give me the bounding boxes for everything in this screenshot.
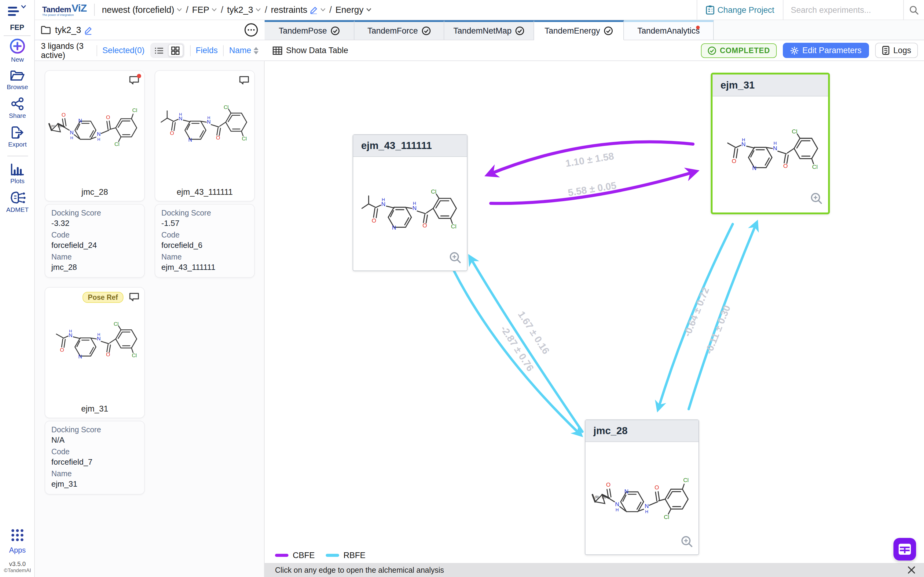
workspace-header: tyk2_3 (35, 20, 265, 40)
search-icon (909, 5, 919, 15)
edge-rbfe-to-ejm43[interactable] (470, 257, 582, 432)
field-label: Code (51, 448, 138, 456)
search-input[interactable] (783, 5, 903, 15)
breadcrumb-item-stage[interactable]: Energy (336, 5, 372, 15)
nav-item-label: Browse (7, 83, 28, 90)
breadcrumb-item-system[interactable]: tyk2_3 (227, 5, 261, 15)
node-title: jmc_28 (585, 420, 698, 442)
list-view-icon (154, 47, 163, 54)
nav-item-apps[interactable]: Apps (0, 528, 35, 554)
ligand-card-structure: ejm_43_111111 (155, 70, 255, 201)
close-icon[interactable] (908, 566, 916, 574)
breadcrumb-item-fep[interactable]: FEP (192, 5, 217, 15)
nav-item-plots[interactable]: Plots (10, 164, 25, 184)
nav-module-header: FEP (4, 0, 31, 36)
change-project-label: Change Project (717, 5, 774, 15)
divider (223, 45, 224, 56)
nav-item-label: ADMET (6, 206, 29, 213)
folder-open-icon (10, 69, 25, 82)
name-value: ejm_31 (51, 479, 138, 488)
ligand-card-info: Docking Score -1.57 Code forcefield_6 Na… (155, 204, 255, 278)
copyright-label: ©TandemAI (0, 567, 35, 573)
table-widget-icon (898, 543, 911, 555)
molecule-structure (48, 315, 141, 372)
logs-icon (882, 46, 890, 55)
apps-grid-icon (10, 528, 24, 542)
check-circle-icon (604, 26, 613, 35)
docking-score-value: -3.32 (51, 219, 138, 228)
module-tabs: TandemPose TandemForce TandemNetMap Tand… (265, 20, 924, 40)
tab-tandemanalytics[interactable]: TandemAnalytics (624, 20, 714, 40)
nav-item-admet[interactable]: ADMET (6, 191, 29, 213)
zoom-in-icon[interactable] (681, 535, 693, 550)
app-logo[interactable]: Tandem ViZ The power of integration (42, 3, 86, 17)
nav-item-export[interactable]: Export (8, 126, 27, 148)
code-value: forcefield_7 (51, 457, 138, 466)
breadcrumb-item-experiment[interactable]: restraints (271, 5, 325, 15)
export-icon (10, 126, 25, 139)
sort-field-label: Name (229, 46, 251, 55)
comment-bubble-icon[interactable] (129, 292, 139, 304)
check-circle-icon (422, 26, 431, 35)
ligand-card-ejm-43[interactable]: ejm_43_111111 Docking Score -1.57 Code f… (155, 70, 255, 278)
graph-node-ejm-31[interactable]: ejm_31 (711, 73, 830, 214)
hint-bar: Click on any edge to open the alchemical… (265, 563, 924, 577)
nav-item-new[interactable]: New (9, 38, 26, 63)
edit-pencil-icon[interactable] (84, 25, 92, 34)
edge-legend: CBFE RBFE (275, 551, 365, 560)
gear-icon (790, 46, 799, 55)
code-value: forcefield_24 (51, 240, 138, 250)
molecule-structure (718, 122, 822, 185)
network-canvas[interactable]: 1.10 ± 1.58 5.58 ± 0.05 1.67 ± 0.16 -2.8… (265, 61, 924, 577)
more-options-button[interactable] (244, 23, 258, 37)
zoom-in-icon[interactable] (810, 192, 822, 207)
energy-toolbar: Show Data Table COMPLETED Edit Parameter… (265, 40, 924, 61)
show-data-table-button[interactable]: Show Data Table (273, 46, 348, 55)
breadcrumb: newest (forcefield) / FEP / tyk2_3 / res… (102, 5, 371, 15)
breadcrumb-separator: / (265, 5, 267, 15)
nav-item-share[interactable]: Share (9, 97, 26, 119)
breadcrumb-separator: / (330, 5, 332, 15)
field-label: Name (51, 469, 138, 478)
tab-tandempose[interactable]: TandemPose (265, 20, 354, 40)
comment-bubble-icon[interactable] (239, 76, 249, 87)
docking-score-value: -1.57 (162, 219, 248, 228)
logo-tagline: The power of integration (42, 14, 86, 17)
grid-view-button[interactable] (168, 44, 183, 57)
graph-node-jmc-28[interactable]: jmc_28 (585, 419, 699, 555)
breadcrumb-separator: / (221, 5, 223, 15)
ligand-card-jmc-28[interactable]: jmc_28 Docking Score -3.32 Code forcefie… (45, 70, 145, 278)
fields-button[interactable]: Fields (195, 46, 218, 55)
workspace-folder-name: tyk2_3 (55, 25, 81, 35)
sort-control[interactable]: Name (229, 46, 258, 55)
comment-bubble-icon[interactable] (129, 76, 139, 87)
cbfe-color-swatch (275, 554, 288, 557)
tab-tandemnetmap[interactable]: TandemNetMap (444, 20, 534, 40)
zoom-in-icon[interactable] (449, 251, 461, 266)
breadcrumb-item-project[interactable]: newest (forcefield) (102, 5, 182, 15)
tab-tandemforce[interactable]: TandemForce (354, 20, 444, 40)
change-project-button[interactable]: Change Project (697, 5, 783, 15)
check-circle-icon (331, 26, 340, 35)
field-label: Code (162, 231, 248, 239)
nav-item-label: Plots (10, 177, 25, 184)
logs-button[interactable]: Logs (875, 43, 918, 58)
field-label: Docking Score (51, 425, 138, 434)
data-table-floating-button[interactable] (893, 538, 916, 561)
ligand-card-ejm-31[interactable]: Pose Ref ejm_31 Docking Score N/A Code f… (45, 287, 145, 495)
breadcrumb-separator: / (186, 5, 188, 15)
hamburger-menu-button[interactable] (8, 5, 26, 18)
selected-count-button[interactable]: Selected(0) (102, 46, 145, 55)
logo-accent: ViZ (71, 3, 86, 13)
edit-parameters-button[interactable]: Edit Parameters (783, 43, 869, 58)
tab-tandemenergy[interactable]: TandemEnergy (534, 20, 624, 40)
graph-node-ejm-43[interactable]: ejm_43_111111 (353, 134, 467, 271)
name-value: ejm_43_111111 (162, 263, 248, 272)
list-view-button[interactable] (151, 44, 166, 57)
nav-item-browse[interactable]: Browse (7, 69, 28, 90)
top-bar: Tandem ViZ The power of integration newe… (35, 0, 924, 20)
divider (94, 4, 94, 16)
divider (190, 45, 190, 56)
edit-pencil-icon[interactable] (310, 5, 318, 14)
search-button[interactable] (903, 0, 924, 20)
